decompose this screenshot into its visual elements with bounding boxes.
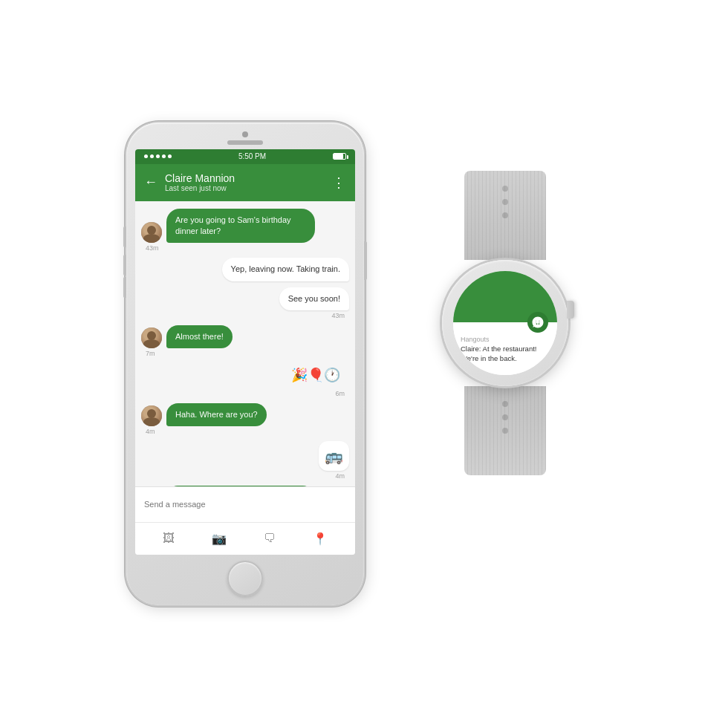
watch-app-name: Hangouts <box>461 336 550 343</box>
watch-screen: Hangouts Claire: At the restaurant! We'r… <box>453 271 557 375</box>
message-bubble-sticker: 🚌 <box>319 441 349 471</box>
avatar <box>141 327 162 348</box>
phone-top-bar <box>135 131 355 145</box>
message-bubble-emoji: 🎉🎈🕐 <box>282 363 349 388</box>
message-bubble: Are you going to Sam's birthday dinner l… <box>166 209 315 244</box>
band-hole <box>502 414 508 420</box>
signal-dot <box>144 154 148 158</box>
contact-name: Claire Mannion <box>165 172 325 184</box>
message-bubble: Yep, leaving now. Taking train. <box>222 258 349 281</box>
message-timestamp: 6m <box>141 390 349 397</box>
battery-icon <box>333 153 346 160</box>
avatar-image <box>141 327 162 348</box>
sticker-icon[interactable]: 🗨 <box>264 532 276 545</box>
message-timestamp: 43m <box>141 312 349 319</box>
band-hole <box>502 186 508 192</box>
message-timestamp: 43m <box>141 244 349 252</box>
message-row: See you soon! <box>141 287 349 310</box>
band-hole <box>502 212 508 218</box>
watch: Hangouts Claire: At the restaurant! We'r… <box>409 171 602 557</box>
message-row: 🚌 <box>141 441 349 471</box>
band-hole <box>502 199 508 205</box>
phone-speaker <box>227 140 263 145</box>
sticker-icon: 🚌 <box>323 446 345 466</box>
avatar <box>141 405 162 426</box>
message-row: Are you going to Sam's birthday dinner l… <box>141 209 349 244</box>
signal-dot <box>162 154 166 158</box>
message-group: Yep, leaving now. Taking train. <box>141 258 349 281</box>
status-bar: 5:50 PM <box>135 149 355 164</box>
signal-dots <box>144 154 172 158</box>
message-group: See you soon! 43m <box>141 287 349 319</box>
phone-screen: 5:50 PM ← Claire Mannion Last seen just … <box>135 149 355 555</box>
message-bubble: Almost there! <box>166 325 233 348</box>
message-group: Haha. Where are you? 4m <box>141 403 349 435</box>
contact-status: Last seen just now <box>165 184 325 192</box>
message-group: Are you going to Sam's birthday dinner l… <box>141 209 349 252</box>
home-button[interactable] <box>227 561 263 596</box>
message-row: Haha. Where are you? <box>141 403 349 426</box>
message-timestamp: 7m <box>141 350 349 357</box>
message-row: 🎉🎈🕐 <box>141 363 349 388</box>
messages-area: Are you going to Sam's birthday dinner l… <box>135 201 355 486</box>
menu-button[interactable]: ⋮ <box>332 175 346 191</box>
watch-band-top <box>464 171 546 260</box>
app-bar: ← Claire Mannion Last seen just now ⋮ <box>135 164 355 201</box>
avatar <box>141 222 162 243</box>
message-group: 🎉🎈🕐 6m <box>141 363 349 397</box>
back-button[interactable]: ← <box>144 175 157 190</box>
watch-screen-top <box>453 271 557 322</box>
message-timestamp: 4m <box>141 428 349 435</box>
watch-body: Hangouts Claire: At the restaurant! We'r… <box>442 260 568 386</box>
camera-icon[interactable]: 📷 <box>212 532 227 546</box>
scene: 5:50 PM ← Claire Mannion Last seen just … <box>0 0 728 727</box>
phone: 5:50 PM ← Claire Mannion Last seen just … <box>126 123 364 605</box>
signal-dot <box>150 154 154 158</box>
contact-info: Claire Mannion Last seen just now <box>165 172 325 192</box>
avatar-image <box>141 405 162 426</box>
image-icon[interactable]: 🖼 <box>163 532 175 545</box>
band-hole <box>502 428 508 434</box>
battery-fill <box>334 154 343 159</box>
message-timestamp: 4m <box>141 472 349 480</box>
message-input[interactable] <box>144 500 346 509</box>
band-hole <box>502 401 508 407</box>
avatar-image <box>141 222 162 243</box>
location-icon[interactable]: 📍 <box>313 532 328 546</box>
message-bubble: Haha. Where are you? <box>166 403 267 426</box>
message-group: Almost there! 7m <box>141 325 349 357</box>
signal-dot <box>168 154 172 158</box>
hangouts-icon <box>527 312 548 333</box>
input-bar <box>135 486 355 522</box>
message-group: 🚌 4m <box>141 441 349 480</box>
message-row: Almost there! <box>141 325 349 348</box>
watch-message-text: Claire: At the restaurant! We're in the … <box>461 345 550 364</box>
signal-dot <box>156 154 160 158</box>
message-bubble: See you soon! <box>279 287 349 310</box>
phone-camera <box>242 131 248 137</box>
watch-band-bottom <box>464 386 546 475</box>
status-time: 5:50 PM <box>238 152 266 160</box>
toolbar-bar: 🖼 📷 🗨 📍 <box>135 522 355 555</box>
message-row: Yep, leaving now. Taking train. <box>141 258 349 281</box>
